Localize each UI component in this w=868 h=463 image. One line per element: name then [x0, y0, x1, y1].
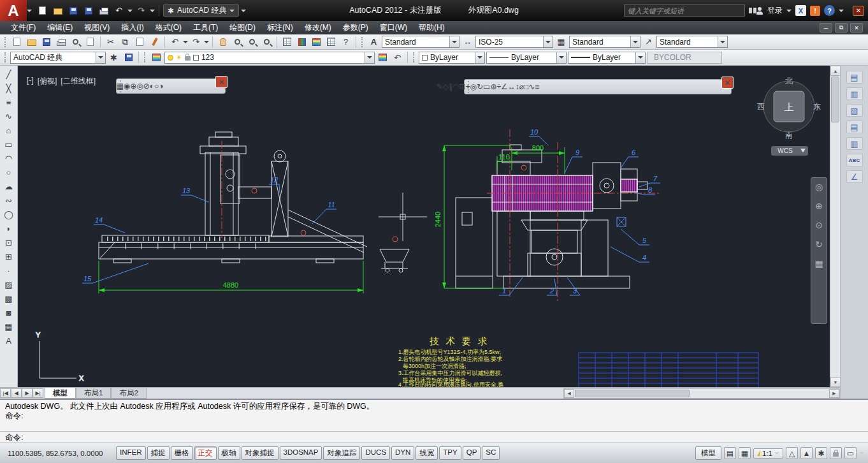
modify-tool-icon[interactable]: + — [465, 81, 470, 93]
gradient-icon[interactable]: ▩ — [2, 291, 16, 305]
modify-tool-icon[interactable]: ⊕ — [490, 81, 496, 93]
insert-block-icon[interactable]: ⊡ — [2, 235, 16, 249]
modify-tool-icon[interactable]: ✎ — [437, 81, 443, 93]
prev-tab-button[interactable]: ◀ — [11, 388, 22, 398]
logo-menu-caret-icon[interactable] — [27, 10, 32, 15]
pan-button[interactable] — [216, 35, 229, 48]
panel-icon[interactable]: ▧ — [846, 104, 863, 117]
toolbar-grip[interactable] — [4, 52, 7, 62]
zoom-realtime-button[interactable] — [231, 35, 244, 48]
modify-tool-icon[interactable]: ≡ — [535, 81, 539, 93]
modify-tool-icon[interactable]: □ — [524, 81, 528, 93]
undo-caret-icon[interactable] — [183, 41, 188, 46]
cut-button[interactable]: ✂ — [104, 35, 117, 48]
combo-dropdown-button[interactable] — [449, 36, 459, 47]
visual-style-tool-icon[interactable]: ◎ — [136, 80, 143, 92]
rectangle-icon[interactable]: ▭ — [2, 137, 16, 151]
workspace-switcher[interactable]: ✱ AutoCAD 经典 — [163, 4, 239, 17]
workspace-settings-button[interactable]: ✱ — [107, 51, 120, 64]
menu-dimension[interactable]: 标注(N) — [261, 21, 299, 34]
sign-in-link[interactable]: 登录 — [767, 5, 783, 16]
menu-draw[interactable]: 绘图(D) — [224, 21, 261, 34]
spline-icon[interactable]: ∾ — [2, 193, 16, 207]
steering-wheel-icon[interactable]: ◎ — [815, 182, 823, 192]
visual-style-tool-icon[interactable]: ◐ — [150, 80, 154, 92]
match-properties-button[interactable] — [148, 35, 161, 48]
save-button[interactable] — [40, 35, 53, 48]
layer-thaw-sun-icon[interactable]: ☀ — [176, 54, 182, 62]
combo-dropdown-button[interactable] — [635, 52, 645, 63]
toggle-tpy[interactable]: TPY — [439, 446, 461, 460]
save-workspace-button[interactable] — [122, 51, 135, 64]
mleader-style-combo[interactable]: Standard — [656, 36, 728, 48]
help-caret-icon[interactable] — [839, 10, 844, 15]
tab-layout1[interactable]: 布局1 — [76, 388, 111, 399]
menu-edit[interactable]: 编辑(E) — [41, 21, 78, 34]
saveas-button[interactable] — [82, 4, 95, 17]
modify-tool-icon[interactable]: ÷ — [496, 81, 501, 93]
dim-style-combo[interactable]: ISO-25 — [475, 36, 553, 48]
help-button[interactable]: ? — [339, 35, 352, 48]
status-menu-caret-icon[interactable] — [859, 452, 864, 457]
tool-palettes-button[interactable] — [310, 35, 323, 48]
toolbar-grip[interactable] — [361, 37, 364, 47]
quick-view-drawings-icon[interactable]: ▦ — [739, 447, 751, 459]
combo-dropdown-button[interactable] — [543, 36, 553, 47]
menu-tools[interactable]: 工具(T) — [187, 21, 224, 34]
panel-icon[interactable]: ▤ — [846, 71, 863, 84]
panel-icon[interactable]: ▥ — [846, 87, 863, 100]
annotation-visibility-icon[interactable]: △ — [786, 447, 798, 459]
visual-style-tool-icon[interactable]: ◑ — [159, 80, 163, 92]
close-icon[interactable]: ✕ — [215, 76, 228, 88]
search-input[interactable] — [624, 4, 745, 17]
scroll-left-button[interactable]: ◀ — [564, 389, 574, 398]
make-block-icon[interactable]: ⊞ — [2, 249, 16, 263]
layer-on-bulb-icon[interactable] — [168, 55, 173, 61]
scroll-right-button[interactable]: ▶ — [829, 389, 839, 398]
modify-tool-icon[interactable]: ▭ — [483, 81, 490, 93]
floating-toolbar-visual[interactable]: ✕ ▦◉⊕◎⊘◐○◑ — [116, 78, 226, 94]
viewport-visual-style-control[interactable]: [二维线框] — [61, 76, 96, 87]
modify-tool-icon[interactable]: ↻ — [477, 81, 483, 93]
visual-style-tool-icon[interactable]: ◉ — [124, 80, 130, 92]
properties-button[interactable] — [280, 35, 294, 48]
combo-dropdown-button[interactable] — [630, 36, 640, 47]
menu-format[interactable]: 格式(O) — [150, 21, 187, 34]
table-style-combo[interactable]: Standard — [569, 36, 640, 48]
menu-window[interactable]: 窗口(W) — [374, 21, 413, 34]
zoom-previous-button[interactable] — [260, 35, 273, 48]
multiline-icon[interactable]: ≡ — [2, 95, 16, 109]
viewcube-east[interactable]: 东 — [813, 102, 821, 111]
modify-tool-icon[interactable]: ∿ — [528, 81, 535, 93]
color-combo[interactable]: ByLayer — [419, 52, 485, 64]
next-tab-button[interactable]: ▶ — [22, 388, 33, 398]
annotation-scale-control[interactable]: 1:1 — [753, 448, 783, 459]
communication-center-icon[interactable]: ! — [810, 6, 820, 16]
region-icon[interactable]: ◙ — [2, 305, 16, 320]
panel-icon[interactable]: ∠ — [846, 170, 863, 183]
toggle-grid[interactable]: 栅格 — [171, 446, 193, 460]
layer-properties-button[interactable] — [150, 51, 163, 64]
undo-button[interactable]: ↶ — [168, 35, 182, 48]
toolbar-grip[interactable] — [413, 52, 416, 62]
zoom-window-button[interactable] — [245, 35, 259, 48]
model-space-button[interactable]: 模型 — [695, 446, 721, 460]
combo-dropdown-button[interactable] — [556, 52, 566, 63]
modify-tool-icon[interactable]: ↔ — [508, 81, 516, 93]
polygon-icon[interactable]: ⌂ — [2, 123, 16, 137]
toolbar-lock-icon[interactable] — [830, 447, 842, 459]
toggle-dyn[interactable]: DYN — [391, 446, 414, 460]
toggle-infer[interactable]: INFER — [116, 446, 146, 460]
layer-previous-button[interactable]: ↶ — [391, 51, 404, 64]
toolbar-grip[interactable] — [144, 52, 147, 62]
workspace-combo[interactable]: AutoCAD 经典 — [10, 52, 106, 64]
panel-icon[interactable]: ABC — [846, 154, 863, 166]
visual-style-tool-icon[interactable]: ⊘ — [143, 80, 150, 92]
viewcube-west[interactable]: 西 — [757, 102, 765, 111]
toolbar-grip[interactable] — [4, 37, 7, 47]
viewcube-north[interactable]: 北 — [785, 77, 793, 85]
navigation-bar[interactable]: ◎⊕⊙↻▦ — [811, 177, 827, 324]
pan-icon[interactable]: ⊕ — [815, 201, 823, 211]
workspace-gear-icon[interactable]: ✱ — [815, 447, 827, 459]
wcs-label[interactable]: WCS — [778, 147, 793, 154]
